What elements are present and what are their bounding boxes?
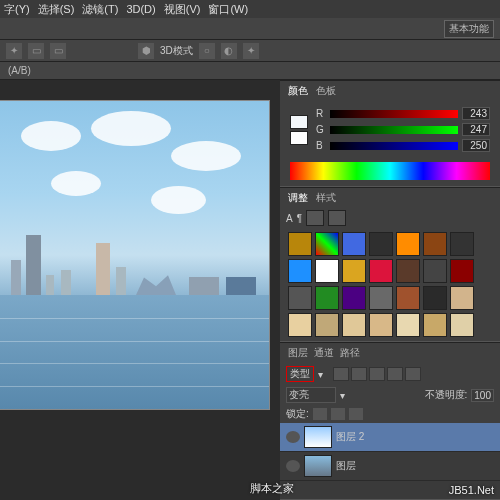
filter-adjust-icon[interactable] xyxy=(351,367,367,381)
menu-bar: 字(Y) 选择(S) 滤镜(T) 3D(D) 视图(V) 窗口(W) xyxy=(0,0,500,18)
mode-icon[interactable]: ✦ xyxy=(243,43,259,59)
g-slider[interactable] xyxy=(330,126,458,134)
mode-icon[interactable]: ○ xyxy=(199,43,215,59)
chevron-down-icon[interactable]: ▾ xyxy=(340,390,345,401)
blend-mode-select[interactable]: 变亮 xyxy=(286,387,336,403)
menu-select[interactable]: 选择(S) xyxy=(38,2,75,17)
filter-type-icon[interactable] xyxy=(369,367,385,381)
workspace-switcher[interactable]: 基本功能 xyxy=(444,20,494,38)
style-swatch[interactable] xyxy=(342,259,366,283)
swatches-tab[interactable]: 色板 xyxy=(316,84,336,98)
styles-tab[interactable]: 样式 xyxy=(316,191,336,205)
layer-name[interactable]: 图层 xyxy=(336,459,356,473)
filter-pixel-icon[interactable] xyxy=(333,367,349,381)
options-bar: 基本功能 xyxy=(0,18,500,40)
style-tool-icon[interactable] xyxy=(328,210,346,226)
layers-panel: 图层 通道 路径 类型 ▾ 变亮 ▾ 不透明度: 100 xyxy=(280,342,500,500)
background-swatch[interactable] xyxy=(290,131,308,145)
opacity-label: 不透明度: xyxy=(425,388,468,402)
style-tool-icon[interactable] xyxy=(306,210,324,226)
watermark-site: JB51.Net xyxy=(449,484,494,496)
adjust-tab[interactable]: 调整 xyxy=(288,191,308,205)
layer-thumbnail[interactable] xyxy=(304,426,332,448)
filter-smart-icon[interactable] xyxy=(405,367,421,381)
lock-pixels-icon[interactable] xyxy=(313,408,327,420)
paths-tab[interactable]: 路径 xyxy=(340,346,360,360)
color-panel: 颜色 色板 R243 G247 B250 xyxy=(280,80,500,187)
b-label: B xyxy=(316,140,326,151)
style-swatch[interactable] xyxy=(396,259,420,283)
panels-column: 颜色 色板 R243 G247 B250 调整 样式 xyxy=(280,80,500,500)
style-swatch[interactable] xyxy=(315,232,339,256)
visibility-icon[interactable] xyxy=(286,431,300,443)
style-swatch[interactable] xyxy=(423,232,447,256)
styles-panel: 调整 样式 A ¶ xyxy=(280,187,500,342)
style-swatch[interactable] xyxy=(450,313,474,337)
style-swatch[interactable] xyxy=(369,313,393,337)
menu-filter[interactable]: 滤镜(T) xyxy=(82,2,118,17)
style-swatch[interactable] xyxy=(396,313,420,337)
style-swatch[interactable] xyxy=(315,313,339,337)
watermark-brand: 脚本之家 xyxy=(250,481,294,496)
style-swatch[interactable] xyxy=(396,286,420,310)
type-filter-label[interactable]: 类型 xyxy=(286,366,314,382)
style-swatch[interactable] xyxy=(342,313,366,337)
document-tab[interactable]: (A/B) xyxy=(0,62,500,80)
para-tab[interactable]: ¶ xyxy=(297,213,302,224)
menu-window[interactable]: 窗口(W) xyxy=(208,2,248,17)
tool-icon[interactable]: ✦ xyxy=(6,43,22,59)
sample-icon[interactable]: ▭ xyxy=(28,43,44,59)
b-value[interactable]: 250 xyxy=(462,139,490,152)
style-swatch[interactable] xyxy=(423,286,447,310)
style-swatch[interactable] xyxy=(288,286,312,310)
foreground-swatch[interactable] xyxy=(290,115,308,129)
layers-tab[interactable]: 图层 xyxy=(288,346,308,360)
menu-view[interactable]: 视图(V) xyxy=(164,2,201,17)
style-swatch[interactable] xyxy=(342,286,366,310)
style-swatch[interactable] xyxy=(423,313,447,337)
g-label: G xyxy=(316,124,326,135)
lock-position-icon[interactable] xyxy=(331,408,345,420)
layer-thumbnail[interactable] xyxy=(304,455,332,477)
3d-mode-label: 3D模式 xyxy=(160,44,193,58)
style-swatch[interactable] xyxy=(369,232,393,256)
style-swatch[interactable] xyxy=(288,313,312,337)
style-swatch[interactable] xyxy=(450,286,474,310)
channels-tab[interactable]: 通道 xyxy=(314,346,334,360)
menu-3d[interactable]: 3D(D) xyxy=(126,3,155,15)
style-swatch[interactable] xyxy=(342,232,366,256)
style-swatch[interactable] xyxy=(288,232,312,256)
b-slider[interactable] xyxy=(330,142,458,150)
opacity-value[interactable]: 100 xyxy=(471,389,494,402)
filter-shape-icon[interactable] xyxy=(387,367,403,381)
style-swatch[interactable] xyxy=(288,259,312,283)
layer-item[interactable]: 图层 2 xyxy=(280,423,500,452)
style-swatch[interactable] xyxy=(369,286,393,310)
sample-icon[interactable]: ▭ xyxy=(50,43,66,59)
canvas-image xyxy=(0,100,270,410)
lock-label: 锁定: xyxy=(286,407,309,421)
chevron-down-icon[interactable]: ▾ xyxy=(318,369,323,380)
style-swatch[interactable] xyxy=(450,259,474,283)
layer-item[interactable]: 图层 xyxy=(280,452,500,481)
canvas-area[interactable]: 类型：变亮 xyxy=(0,80,280,500)
style-swatch[interactable] xyxy=(315,286,339,310)
layer-name[interactable]: 图层 2 xyxy=(336,430,364,444)
3d-mode-icon[interactable]: ⬢ xyxy=(138,43,154,59)
color-tab[interactable]: 颜色 xyxy=(288,84,308,98)
menu-text[interactable]: 字(Y) xyxy=(4,2,30,17)
style-swatch[interactable] xyxy=(396,232,420,256)
style-swatch[interactable] xyxy=(369,259,393,283)
lock-all-icon[interactable] xyxy=(349,408,363,420)
style-swatch[interactable] xyxy=(315,259,339,283)
r-slider[interactable] xyxy=(330,110,458,118)
mode-icon[interactable]: ◐ xyxy=(221,43,237,59)
r-value[interactable]: 243 xyxy=(462,107,490,120)
styles-grid xyxy=(280,228,500,341)
style-swatch[interactable] xyxy=(423,259,447,283)
char-tab[interactable]: A xyxy=(286,213,293,224)
visibility-icon[interactable] xyxy=(286,460,300,472)
style-swatch[interactable] xyxy=(450,232,474,256)
g-value[interactable]: 247 xyxy=(462,123,490,136)
color-spectrum[interactable] xyxy=(290,162,490,180)
